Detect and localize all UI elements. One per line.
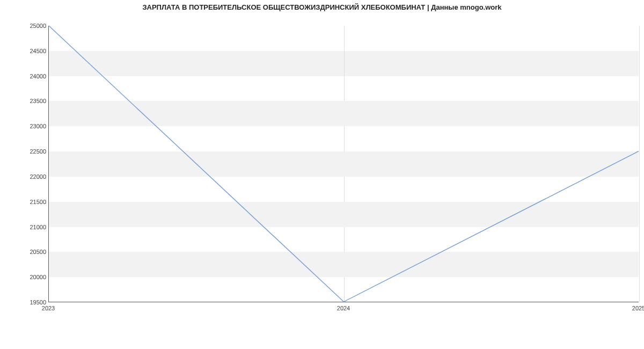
y-tick-label: 24000 (14, 73, 46, 79)
y-tick-label: 25000 (14, 23, 46, 29)
x-tick-label: 2025 (632, 305, 644, 311)
y-tick-label: 22500 (14, 148, 46, 155)
x-tick-label: 2023 (42, 305, 55, 311)
y-tick-label: 24500 (14, 48, 46, 54)
y-tick-label: 20000 (14, 274, 46, 280)
x-gridline (639, 26, 640, 302)
y-tick-label: 23500 (14, 98, 46, 104)
y-tick-label: 23000 (14, 123, 46, 129)
chart-container: ЗАРПЛАТА В ПОТРЕБИТЕЛЬСКОЕ ОБЩЕСТВОЖИЗДР… (0, 0, 644, 349)
chart-title: ЗАРПЛАТА В ПОТРЕБИТЕЛЬСКОЕ ОБЩЕСТВОЖИЗДР… (0, 3, 644, 11)
y-tick-label: 20500 (14, 249, 46, 255)
y-tick-label: 21000 (14, 224, 46, 230)
x-tick-label: 2024 (337, 305, 350, 311)
plot-area (48, 26, 639, 302)
salary-line (49, 26, 639, 302)
y-tick-label: 22000 (14, 173, 46, 180)
line-series (49, 26, 639, 302)
y-tick-label: 21500 (14, 199, 46, 205)
